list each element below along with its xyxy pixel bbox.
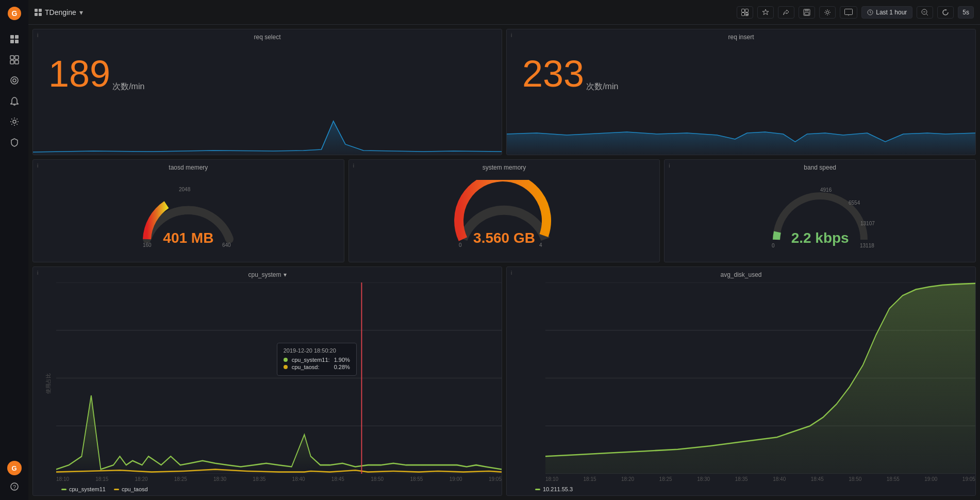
settings-button[interactable]: [819, 6, 836, 19]
grid-icon: [35, 9, 42, 16]
zoom-out-button[interactable]: [917, 6, 933, 19]
svg-text:13118: 13118: [860, 243, 874, 248]
system-memory-gauge: 0 4 3.560 GB: [349, 175, 660, 262]
taosd-memory-title: taosd memery: [33, 160, 344, 175]
legend-label-taosd: cpu_taosd: [122, 486, 148, 492]
req-insert-panel: i req insert 233 次数/min: [506, 29, 976, 155]
legend-color-disk: [535, 489, 540, 490]
topbar-actions: Last 1 hour 5s: [737, 6, 974, 19]
legend-color-system11: [61, 489, 67, 490]
star-button[interactable]: [757, 6, 774, 19]
svg-rect-4: [10, 40, 14, 43]
share-button[interactable]: [778, 6, 794, 19]
user-avatar[interactable]: G: [7, 461, 22, 475]
band-speed-panel: i band speed: [664, 159, 976, 262]
dashboard-icon[interactable]: [5, 51, 24, 69]
explore-icon[interactable]: [5, 71, 24, 90]
taosd-memory-value: 401 MB: [163, 230, 213, 246]
time-range-picker[interactable]: Last 1 hour: [861, 6, 912, 19]
cpu-system-title: cpu_system ▾: [33, 267, 502, 282]
svg-rect-5: [15, 40, 19, 43]
taosd-memory-info-icon[interactable]: i: [37, 163, 38, 169]
svg-rect-15: [742, 9, 745, 12]
req-select-value-area: 189 次数/min: [33, 45, 502, 113]
time-range-label: Last 1 hour: [876, 9, 907, 16]
help-icon[interactable]: ?: [5, 477, 24, 496]
svg-rect-22: [805, 9, 809, 11]
svg-rect-16: [745, 9, 749, 12]
cpu-system-chart: 使用占比 20% 15% 10% 5% 0%: [33, 282, 502, 484]
cpu-system-info-icon[interactable]: i: [37, 270, 38, 276]
shield-icon[interactable]: [5, 133, 24, 152]
alerts-icon[interactable]: [5, 92, 24, 110]
svg-rect-7: [15, 56, 19, 59]
topbar: TDengine ▾: [28, 0, 980, 25]
refresh-button[interactable]: [937, 6, 954, 19]
tv-mode-button[interactable]: [840, 6, 857, 19]
svg-text:G: G: [11, 9, 17, 18]
req-select-panel: i req select 189 次数/min: [32, 29, 502, 155]
add-panel-button[interactable]: [737, 6, 753, 19]
req-insert-value: 233: [522, 55, 584, 92]
system-memory-info-icon[interactable]: i: [353, 163, 354, 169]
legend-item-taosd: cpu_taosd: [114, 486, 148, 492]
svg-point-10: [11, 77, 18, 84]
req-select-title: req select: [33, 29, 502, 45]
avg-disk-chart: 31.890 GB 31.885 GB 31.880 GB 31.875 GB …: [507, 282, 975, 484]
req-select-info-icon[interactable]: i: [37, 32, 38, 38]
cpu-legend: cpu_system11 cpu_taosd: [33, 484, 502, 495]
svg-rect-3: [15, 35, 19, 39]
req-select-value: 189: [48, 55, 110, 92]
app-logo[interactable]: G: [5, 4, 24, 23]
svg-text:6554: 6554: [849, 200, 860, 206]
band-speed-info-icon[interactable]: i: [669, 163, 670, 169]
req-select-unit: 次数/min: [112, 81, 144, 92]
system-memory-value: 3.560 GB: [473, 230, 535, 246]
legend-item-disk: 10.211.55.3: [535, 486, 573, 492]
svg-text:0: 0: [459, 242, 462, 248]
svg-text:640: 640: [222, 242, 231, 248]
svg-rect-6: [10, 56, 14, 59]
save-button[interactable]: [799, 6, 815, 19]
svg-rect-25: [845, 9, 853, 14]
svg-point-12: [13, 120, 16, 123]
req-insert-sparkline: [507, 113, 975, 155]
svg-point-24: [826, 11, 829, 13]
main-content: TDengine ▾: [28, 0, 980, 500]
row-2: i taosd memery: [32, 159, 976, 262]
taosd-memory-gauge: 160 2048 640 401 MB: [33, 175, 344, 262]
cpu-system-dropdown[interactable]: ▾: [284, 271, 287, 278]
configuration-icon[interactable]: [5, 112, 24, 131]
system-memory-panel: i system memory: [348, 159, 660, 262]
taosd-memory-panel: i taosd memery: [32, 159, 344, 262]
band-speed-value: 2.2 kbps: [791, 230, 849, 246]
sidebar: G: [0, 0, 28, 500]
dashboard-name: TDengine: [45, 8, 76, 16]
svg-rect-17: [742, 12, 745, 15]
band-speed-title: band speed: [665, 160, 975, 175]
legend-color-taosd: [114, 489, 119, 490]
dashboard-grid: i req select 189 次数/min: [28, 25, 980, 500]
svg-rect-9: [15, 60, 19, 64]
system-memory-title: system memory: [349, 160, 660, 175]
svg-rect-23: [805, 12, 809, 15]
req-insert-value-area: 233 次数/min: [507, 45, 975, 113]
svg-text:13107: 13107: [860, 221, 875, 226]
req-insert-info-icon[interactable]: i: [511, 32, 512, 38]
avg-disk-info-icon[interactable]: i: [511, 270, 512, 276]
svg-line-31: [926, 13, 928, 15]
sidebar-bottom: G ?: [5, 461, 24, 496]
cpu-y-label: 使用占比: [45, 373, 52, 394]
legend-label-system11: cpu_system11: [69, 486, 106, 492]
req-insert-title: req insert: [507, 29, 975, 45]
refresh-interval[interactable]: 5s: [958, 6, 974, 19]
svg-point-11: [13, 79, 16, 82]
svg-text:?: ?: [12, 484, 15, 490]
add-panel-icon[interactable]: [5, 30, 24, 48]
cpu-x-axis: 18:10 18:15 18:20 18:25 18:30 18:35 18:4…: [56, 474, 502, 484]
req-select-sparkline: [33, 113, 502, 155]
disk-legend: 10.211.55.3: [507, 484, 975, 495]
cpu-system-panel: i cpu_system ▾ 使用占比: [32, 266, 502, 496]
avg-disk-title: avg_disk_used: [507, 267, 975, 282]
dropdown-arrow[interactable]: ▾: [79, 8, 83, 16]
